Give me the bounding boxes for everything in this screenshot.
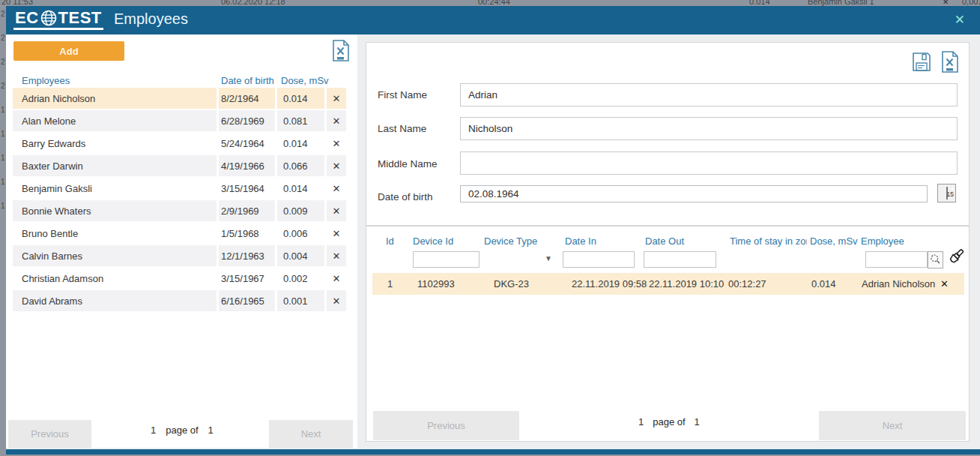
title-bar: EC TEST Employees ✕ xyxy=(6,6,980,34)
device-id-filter-input[interactable] xyxy=(413,251,480,268)
cell-date-in: 22.11.2019 09:58 xyxy=(572,273,647,295)
employee-row[interactable]: Benjamin Gaksli 3/15/1964 0.014 ✕ xyxy=(6,177,357,200)
export-excel-button[interactable] xyxy=(940,51,959,75)
next-page-button[interactable]: Next xyxy=(269,420,353,448)
page-indicator: 1 page of 1 xyxy=(151,424,214,436)
page-of-label: page of xyxy=(653,416,685,428)
globe-icon xyxy=(40,9,58,27)
page-total: 1 xyxy=(695,416,700,428)
previous-page-button[interactable]: Previous xyxy=(373,411,519,440)
employee-row[interactable]: Alan Melone 6/28/1969 0.081 ✕ xyxy=(6,110,357,132)
employee-dose: 0.002 xyxy=(277,268,324,289)
first-name-field[interactable] xyxy=(460,83,958,106)
delete-employee-icon[interactable]: ✕ xyxy=(327,200,346,221)
employee-form: First Name Last Name Middle Name Date of… xyxy=(366,42,970,226)
date-of-birth-field[interactable] xyxy=(460,185,928,202)
employee-dose: 0.006 xyxy=(277,223,324,244)
employee-row[interactable]: David Abrams 6/16/1965 0.001 ✕ xyxy=(6,290,357,312)
last-name-field[interactable] xyxy=(460,117,958,140)
next-page-button[interactable]: Next xyxy=(819,411,966,440)
employee-row[interactable]: Calvin Barnes 12/1/1963 0.004 ✕ xyxy=(6,244,357,267)
column-employee[interactable]: Employee xyxy=(861,236,904,247)
employee-row[interactable]: Bonnie Whaters 2/9/1969 0.009 ✕ xyxy=(6,200,357,222)
employee-row[interactable]: Bruno Bentle 1/5/1968 0.006 ✕ xyxy=(6,222,357,244)
employee-dose: 0.081 xyxy=(277,110,324,131)
list-column-dose[interactable]: Dose, mSv xyxy=(281,75,329,86)
previous-page-button[interactable]: Previous xyxy=(8,420,91,448)
employee-name: Baxter Darwin xyxy=(13,155,217,176)
employee-dose: 0.004 xyxy=(277,245,324,266)
employees-list-panel: Add Employees Date of birth Dose, mSv Ad… xyxy=(6,34,357,448)
delete-employee-icon[interactable]: ✕ xyxy=(327,245,346,266)
bg-cell: 1 xyxy=(1,202,5,210)
column-date-out[interactable]: Date Out xyxy=(645,236,684,247)
bg-cell: 1 xyxy=(1,154,5,162)
employee-row[interactable]: Baxter Darwin 4/19/1966 0.066 ✕ xyxy=(6,154,357,177)
employee-dose: 0.001 xyxy=(277,290,324,311)
column-device-type[interactable]: Device Type xyxy=(484,236,537,247)
delete-record-icon[interactable]: ✕ xyxy=(940,273,949,295)
delete-employee-icon[interactable]: ✕ xyxy=(327,133,346,154)
delete-employee-icon[interactable]: ✕ xyxy=(327,290,346,311)
bg-cell: 00:24:44 xyxy=(478,0,510,6)
delete-employee-icon[interactable]: ✕ xyxy=(327,268,346,289)
employee-select-button[interactable] xyxy=(928,251,943,268)
delete-employee-icon[interactable]: ✕ xyxy=(327,110,346,131)
list-column-employees[interactable]: Employees xyxy=(22,75,70,86)
clear-filters-button[interactable] xyxy=(945,247,966,270)
column-device-id[interactable]: Device Id xyxy=(413,236,453,247)
bg-cell: Benjamin Gaksli 1 xyxy=(808,0,874,6)
column-time-of-stay[interactable]: Time of stay in zor xyxy=(730,236,807,247)
employee-name: Barry Edwards xyxy=(13,133,217,154)
column-dose[interactable]: Dose, mSv xyxy=(810,236,858,247)
bg-cell: 2 xyxy=(1,82,5,90)
employee-dob: 6/16/1965 xyxy=(219,290,275,311)
bg-cell: 2 xyxy=(1,10,5,18)
bg-cell: 2 xyxy=(1,34,5,42)
cell-device-id: 1102993 xyxy=(417,273,455,295)
column-date-in[interactable]: Date In xyxy=(565,236,596,247)
calendar-button[interactable]: 15 xyxy=(937,184,956,202)
middle-name-label: Middle Name xyxy=(378,158,438,170)
employee-name: Alan Melone xyxy=(13,110,217,131)
delete-employee-icon[interactable]: ✕ xyxy=(327,178,346,199)
employee-row[interactable]: Adrian Nicholson 8/2/1964 0.014 ✕ xyxy=(6,87,357,110)
date-out-filter-input[interactable] xyxy=(644,251,716,268)
delete-employee-icon[interactable]: ✕ xyxy=(327,155,346,176)
save-icon xyxy=(912,52,931,72)
delete-employee-icon[interactable]: ✕ xyxy=(327,88,346,109)
page-of-label: page of xyxy=(166,424,198,436)
first-name-label: First Name xyxy=(378,89,427,100)
employee-filter-input[interactable] xyxy=(865,251,928,268)
employee-name: David Abrams xyxy=(13,290,217,311)
add-employee-button[interactable]: Add xyxy=(13,41,124,61)
export-excel-button[interactable] xyxy=(331,40,350,64)
list-column-date-of-birth[interactable]: Date of birth xyxy=(221,75,274,86)
employee-dob: 3/15/1964 xyxy=(219,178,275,199)
employee-row[interactable]: Christian Adamson 3/15/1967 0.002 ✕ xyxy=(6,267,357,290)
device-usage-table: Id Device Id Device Type Date In Date Ou… xyxy=(366,226,970,442)
device-usage-row[interactable]: 1 1102993 DKG-23 22.11.2019 09:58 22.11.… xyxy=(372,273,964,295)
column-id[interactable]: Id xyxy=(386,236,394,247)
employee-name: Bonnie Whaters xyxy=(13,200,217,221)
date-of-birth-label: Date of birth xyxy=(378,191,433,202)
close-icon[interactable]: ✕ xyxy=(955,12,965,28)
delete-employee-icon[interactable]: ✕ xyxy=(327,223,346,244)
middle-name-field[interactable] xyxy=(460,152,958,175)
page-total: 1 xyxy=(208,424,214,436)
employee-dob: 1/5/1968 xyxy=(219,223,275,244)
selector-icon xyxy=(930,254,941,265)
employee-row[interactable]: Barry Edwards 5/24/1964 0.014 ✕ xyxy=(6,132,357,154)
cell-employee: Adrian Nicholson xyxy=(862,273,935,295)
bg-cell: 06.02.2020 12:18 xyxy=(221,0,285,6)
date-in-filter-input[interactable] xyxy=(563,251,635,268)
page-indicator: 1 page of 1 xyxy=(638,416,700,428)
calendar-icon: 15 xyxy=(946,187,948,200)
employee-name: Christian Adamson xyxy=(13,268,217,289)
device-type-dropdown-icon[interactable]: ▼ xyxy=(545,254,552,262)
employee-dob: 5/24/1964 xyxy=(219,133,275,154)
save-button[interactable] xyxy=(912,52,931,74)
employee-name: Adrian Nicholson xyxy=(13,88,217,109)
bg-cell: 0,001 xyxy=(962,0,980,6)
bg-cell: 20 11:53 xyxy=(1,0,33,6)
